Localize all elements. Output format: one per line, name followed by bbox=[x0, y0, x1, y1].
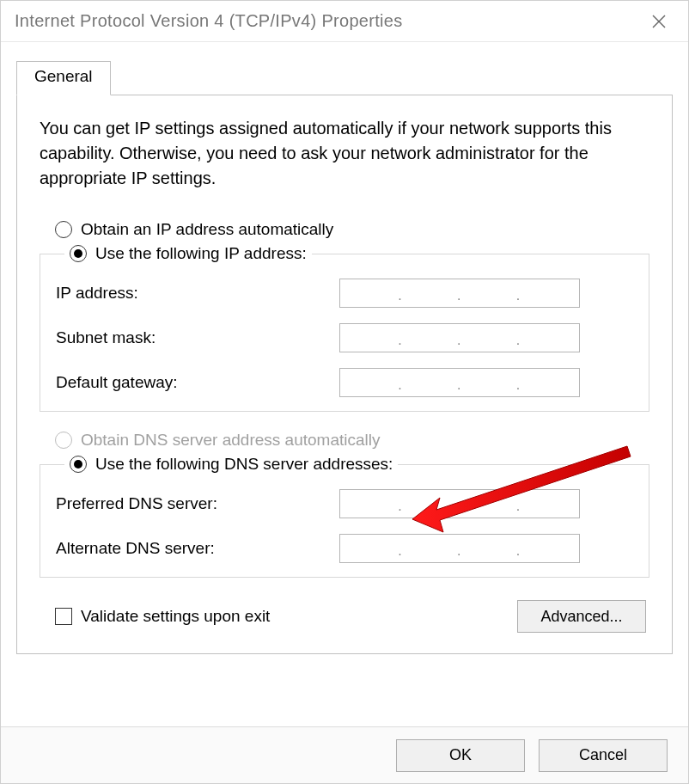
radio-dns-auto: Obtain DNS server address automatically bbox=[55, 431, 649, 450]
radio-icon bbox=[55, 221, 72, 238]
radio-ip-auto-label: Obtain an IP address automatically bbox=[81, 220, 333, 239]
label-default-gateway: Default gateway: bbox=[56, 373, 339, 392]
radio-icon bbox=[55, 432, 72, 449]
input-default-gateway[interactable]: ... bbox=[339, 368, 580, 397]
ipv4-properties-window: Internet Protocol Version 4 (TCP/IPv4) P… bbox=[0, 0, 689, 784]
group-dns-manual: Use the following DNS server addresses: … bbox=[40, 455, 649, 578]
label-subnet-mask: Subnet mask: bbox=[56, 328, 339, 347]
titlebar: Internet Protocol Version 4 (TCP/IPv4) P… bbox=[1, 1, 688, 42]
radio-dns-auto-label: Obtain DNS server address automatically bbox=[81, 431, 380, 450]
label-validate-on-exit: Validate settings upon exit bbox=[81, 607, 270, 626]
ok-button[interactable]: OK bbox=[396, 739, 525, 772]
radio-ip-manual-label: Use the following IP address: bbox=[95, 244, 307, 263]
radio-dns-manual-label: Use the following DNS server addresses: bbox=[95, 455, 393, 474]
input-subnet-mask[interactable]: ... bbox=[339, 323, 580, 352]
close-icon bbox=[652, 15, 666, 28]
radio-ip-auto[interactable]: Obtain an IP address automatically bbox=[55, 220, 649, 239]
window-title: Internet Protocol Version 4 (TCP/IPv4) P… bbox=[15, 11, 403, 31]
tab-general-label: General bbox=[34, 67, 93, 85]
intro-text: You can get IP settings assigned automat… bbox=[40, 116, 649, 191]
checkbox-validate-on-exit[interactable] bbox=[55, 608, 72, 625]
cancel-button[interactable]: Cancel bbox=[539, 739, 668, 772]
label-ip-address: IP address: bbox=[56, 284, 339, 303]
label-preferred-dns: Preferred DNS server: bbox=[56, 494, 339, 513]
advanced-button[interactable]: Advanced... bbox=[517, 600, 646, 633]
label-alternate-dns: Alternate DNS server: bbox=[56, 539, 339, 558]
close-button[interactable] bbox=[633, 1, 685, 42]
tab-general[interactable]: General bbox=[16, 61, 111, 95]
input-preferred-dns[interactable]: ... bbox=[339, 489, 580, 518]
tabstrip: General bbox=[16, 61, 673, 95]
radio-icon bbox=[70, 245, 87, 262]
radio-ip-manual[interactable]: Use the following IP address: bbox=[70, 244, 307, 263]
tab-panel-general: You can get IP settings assigned automat… bbox=[16, 95, 673, 654]
input-alternate-dns[interactable]: ... bbox=[339, 534, 580, 563]
dialog-footer: OK Cancel bbox=[1, 726, 688, 783]
radio-icon bbox=[70, 456, 87, 473]
input-ip-address[interactable]: ... bbox=[339, 279, 580, 308]
radio-dns-manual[interactable]: Use the following DNS server addresses: bbox=[70, 455, 393, 474]
group-ip-manual: Use the following IP address: IP address… bbox=[40, 244, 649, 412]
